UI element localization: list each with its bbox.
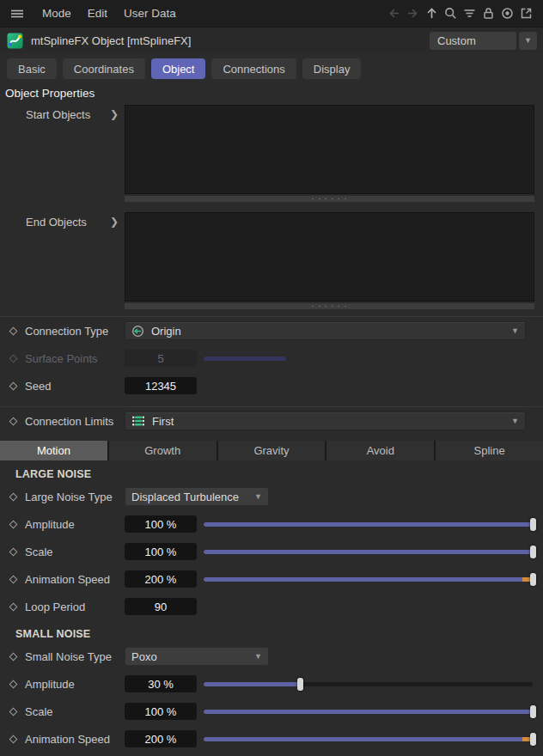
start-objects-label: Start Objects (26, 108, 90, 121)
large-animation-speed-row: Animation Speed 200 % (0, 570, 543, 588)
slider-handle[interactable] (530, 518, 536, 531)
start-objects-row: Start Objects ❯ (0, 105, 543, 194)
slider-handle[interactable] (297, 678, 303, 691)
small-animation-speed-value[interactable]: 200 % (125, 730, 197, 747)
keyframe-diamond-icon[interactable] (9, 602, 18, 611)
slider-track (204, 737, 533, 741)
tab-coordinates[interactable]: Coordinates (63, 58, 145, 79)
connection-limits-dropdown[interactable]: First ▼ (125, 412, 526, 430)
connection-type-dropdown[interactable]: Origin ▼ (125, 321, 526, 340)
surface-points-slider[interactable] (202, 351, 534, 366)
slider-handle[interactable] (530, 573, 536, 586)
tab-basic[interactable]: Basic (7, 58, 57, 79)
object-title: mtSplineFX Object [mtSplineFX] (31, 34, 191, 47)
seed-value[interactable]: 12345 (125, 377, 197, 394)
end-objects-label: End Objects (26, 216, 87, 229)
mode-tab-growth[interactable]: Growth (109, 441, 217, 460)
surface-points-value[interactable]: 5 (125, 350, 197, 367)
menu-item-edit[interactable]: Edit (88, 7, 107, 20)
mode-tab-spline[interactable]: Spline (436, 441, 543, 460)
keyframe-diamond-icon[interactable] (9, 417, 18, 425)
small-noise-type-row: Small Noise Type Poxo ▼ (0, 647, 543, 666)
slider-handle[interactable] (530, 546, 536, 558)
large-noise-type-dropdown[interactable]: Displaced Turbulence ▼ (125, 487, 269, 506)
large-animation-speed-value[interactable]: 200 % (125, 570, 197, 588)
large-amplitude-label: Amplitude (25, 518, 75, 531)
seed-row: Seed 12345 (0, 376, 543, 395)
large-scale-slider[interactable] (202, 545, 534, 559)
keyframe-diamond-icon[interactable] (9, 707, 18, 716)
menu-item-mode[interactable]: Mode (42, 7, 71, 20)
preset-dropdown[interactable]: Custom (430, 32, 516, 50)
keyframe-diamond-icon[interactable] (9, 735, 18, 743)
tab-object[interactable]: Object (151, 58, 206, 79)
large-animation-speed-slider[interactable] (202, 572, 534, 587)
expand-chevron-icon[interactable]: ❯ (110, 108, 119, 120)
menu-item-user-data[interactable]: User Data (124, 7, 176, 20)
tab-connections[interactable]: Connections (211, 58, 296, 79)
large-scale-value[interactable]: 100 % (125, 543, 197, 560)
hamburger-menu-icon[interactable] (9, 5, 26, 22)
large-noise-type-row: Large Noise Type Displaced Turbulence ▼ (0, 487, 543, 506)
keyframe-diamond-icon[interactable] (9, 547, 18, 556)
preset-dropdown-button[interactable]: ▼ (519, 32, 537, 50)
mode-tab-motion[interactable]: Motion (0, 441, 107, 460)
small-noise-type-dropdown[interactable]: Poxo ▼ (125, 647, 269, 666)
start-objects-list[interactable] (125, 105, 534, 194)
slider-track (204, 710, 533, 714)
small-amplitude-slider[interactable] (202, 677, 534, 692)
large-noise-heading: LARGE NOISE (15, 468, 543, 480)
connection-limits-label: Connection Limits (25, 415, 113, 428)
keyframe-diamond-icon[interactable] (9, 492, 18, 501)
large-noise-type-value: Displaced Turbulence (131, 491, 239, 503)
small-scale-slider[interactable] (202, 704, 534, 719)
end-objects-resize-grip[interactable] (125, 303, 534, 309)
surface-points-label: Surface Points (25, 352, 98, 365)
large-noise-type-label-col: Large Noise Type (0, 491, 125, 503)
popout-icon[interactable] (517, 5, 534, 22)
object-title-row: mtSplineFX Object [mtSplineFX] Custom ▼ (0, 27, 543, 53)
small-amplitude-row: Amplitude 30 % (0, 674, 543, 693)
attribute-manager-window: Mode Edit User Data (0, 0, 543, 756)
up-arrow-icon[interactable] (423, 5, 440, 22)
lock-icon[interactable] (479, 5, 497, 22)
start-objects-resize-grip[interactable] (125, 196, 534, 202)
small-animation-speed-slider[interactable] (202, 732, 534, 747)
slider-handle[interactable] (530, 705, 536, 718)
chevron-down-icon: ▼ (511, 326, 519, 335)
keyframe-diamond-icon[interactable] (9, 354, 18, 363)
connection-limits-label-col: Connection Limits (0, 415, 125, 428)
preset-control: Custom ▼ (430, 32, 537, 50)
keyframe-diamond-icon[interactable] (9, 520, 18, 528)
large-amplitude-slider[interactable] (202, 517, 534, 532)
large-amplitude-value[interactable]: 100 % (125, 515, 197, 533)
back-arrow-icon[interactable] (385, 5, 402, 22)
mode-tab-avoid[interactable]: Avoid (326, 441, 434, 460)
keyframe-diamond-icon[interactable] (9, 575, 18, 583)
small-amplitude-value[interactable]: 30 % (125, 675, 197, 692)
slider-track (204, 550, 533, 554)
keyframe-diamond-icon[interactable] (9, 381, 18, 390)
keyframe-diamond-icon[interactable] (9, 680, 18, 688)
filter-icon[interactable] (461, 5, 478, 22)
attribute-tabs: Basic Coordinates Object Connections Dis… (0, 53, 543, 82)
end-objects-list[interactable] (125, 212, 534, 302)
keyframe-diamond-icon[interactable] (9, 326, 18, 335)
large-loop-period-value[interactable]: 90 (125, 598, 197, 615)
seed-label: Seed (25, 380, 51, 393)
target-icon[interactable] (498, 5, 516, 22)
small-scale-row: Scale 100 % (0, 702, 543, 721)
expand-chevron-icon[interactable]: ❯ (110, 216, 119, 228)
tab-display[interactable]: Display (302, 58, 362, 79)
keyframe-diamond-icon[interactable] (9, 652, 18, 661)
mode-tab-gravity[interactable]: Gravity (218, 441, 326, 460)
slider-handle[interactable] (530, 733, 536, 746)
search-icon[interactable] (442, 5, 459, 22)
small-scale-value[interactable]: 100 % (125, 703, 197, 720)
connection-type-label: Connection Type (25, 325, 108, 338)
slider-track (204, 682, 533, 686)
chevron-down-icon: ▼ (511, 417, 519, 425)
surface-points-row: Surface Points 5 (0, 349, 543, 368)
forward-arrow-icon[interactable] (404, 5, 421, 22)
mode-tab-bar: Motion Growth Gravity Avoid Spline (0, 441, 543, 460)
